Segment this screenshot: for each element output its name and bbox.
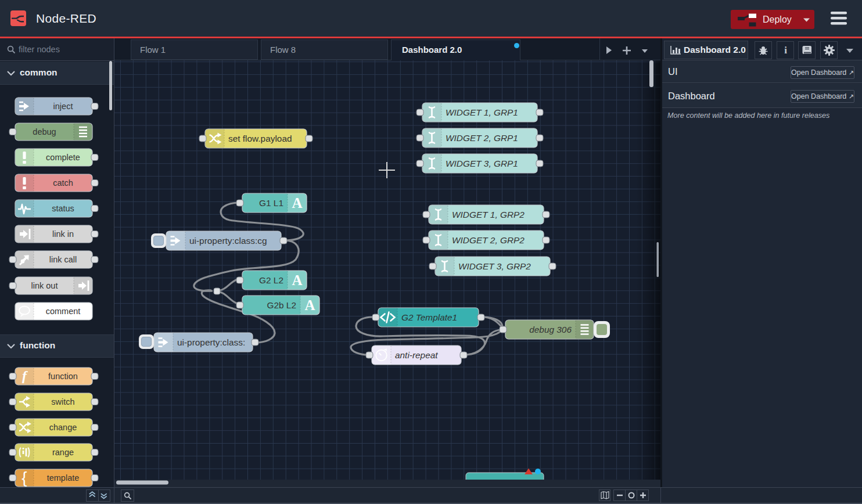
svg-text:switch: switch xyxy=(51,397,74,406)
svg-text:change: change xyxy=(49,423,77,432)
svg-text:inject: inject xyxy=(53,102,73,111)
svg-text:G2 Template1: G2 Template1 xyxy=(401,312,457,322)
svg-text:range: range xyxy=(52,448,74,457)
svg-text:anti-repeat: anti-repeat xyxy=(395,350,438,360)
svg-text:G2 L2: G2 L2 xyxy=(259,275,283,285)
svg-text:debug 306: debug 306 xyxy=(529,325,572,334)
svg-text:comment: comment xyxy=(46,307,81,316)
svg-text:G1 L1: G1 L1 xyxy=(259,198,283,208)
svg-text:ui-property:class:: ui-property:class: xyxy=(177,337,245,347)
svg-text:link in: link in xyxy=(52,229,74,239)
svg-text:status: status xyxy=(52,204,74,213)
svg-text:catch: catch xyxy=(53,178,73,188)
svg-text:ui-property:class:cg: ui-property:class:cg xyxy=(189,236,267,246)
svg-text:template: template xyxy=(47,473,80,483)
svg-text:A: A xyxy=(292,272,302,288)
svg-text:WIDGET 1, GRP2: WIDGET 1, GRP2 xyxy=(452,210,525,219)
svg-text:WIDGET 2, GRP1: WIDGET 2, GRP1 xyxy=(446,133,518,143)
svg-text:link out: link out xyxy=(31,281,58,290)
svg-text:A: A xyxy=(304,297,315,313)
svg-text:link call: link call xyxy=(49,255,77,264)
svg-text:complete: complete xyxy=(46,153,80,162)
svg-text:WIDGET 1, GRP1: WIDGET 1, GRP1 xyxy=(446,107,518,117)
svg-text:set flow.payload: set flow.payload xyxy=(228,134,292,143)
svg-text:debug: debug xyxy=(33,127,56,136)
svg-text:function: function xyxy=(48,372,78,381)
svg-text:WIDGET 2, GRP2: WIDGET 2, GRP2 xyxy=(452,235,525,245)
svg-text:A: A xyxy=(292,195,302,211)
svg-text:WIDGET 3, GRP2: WIDGET 3, GRP2 xyxy=(458,261,531,271)
svg-text:{: { xyxy=(21,469,27,487)
svg-text:WIDGET 3, GRP1: WIDGET 3, GRP1 xyxy=(446,159,518,168)
svg-text:G2b L2: G2b L2 xyxy=(267,300,297,310)
